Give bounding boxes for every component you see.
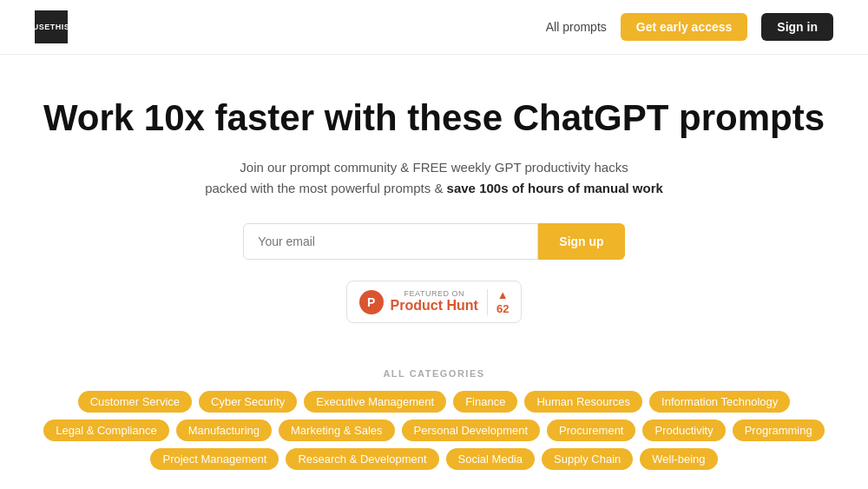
category-tag[interactable]: Research & Development — [286, 448, 438, 470]
ph-arrow-up-icon: ▲ — [497, 288, 509, 301]
category-tag[interactable]: Programming — [733, 420, 825, 441]
ph-votes: ▲ 62 — [496, 288, 509, 315]
category-tag[interactable]: Human Resources — [524, 391, 642, 413]
ph-text: FEATURED ON Product Hunt — [391, 290, 478, 314]
category-tag[interactable]: Legal & Compliance — [43, 420, 168, 441]
category-tag[interactable]: Customer Service — [78, 391, 192, 413]
email-input[interactable] — [243, 223, 538, 260]
signup-button[interactable]: Sign up — [538, 223, 624, 260]
category-tag[interactable]: Productivity — [642, 420, 725, 441]
logo[interactable]: USE THIS — [35, 10, 68, 43]
category-tag[interactable]: Personal Development — [402, 420, 541, 441]
get-early-access-button[interactable]: Get early access — [621, 13, 748, 41]
category-tag[interactable]: Well-being — [640, 448, 717, 470]
all-prompts-link[interactable]: All prompts — [546, 20, 607, 34]
tags-container: Customer ServiceCyber SecurityExecutive … — [35, 391, 833, 470]
category-tag[interactable]: Marketing & Sales — [279, 420, 395, 441]
email-form: Sign up — [35, 223, 833, 260]
hero-subtext: Join our prompt community & FREE weekly … — [35, 157, 833, 199]
category-tag[interactable]: Supply Chain — [542, 448, 633, 470]
ph-icon: P — [359, 290, 384, 314]
categories-section: ALL CATEGORIES Customer ServiceCyber Sec… — [0, 368, 868, 487]
nav-right: All prompts Get early access Sign in — [546, 13, 833, 41]
product-hunt-badge[interactable]: P FEATURED ON Product Hunt ▲ 62 — [346, 281, 523, 323]
category-tag[interactable]: Finance — [453, 391, 517, 413]
category-tag[interactable]: Project Management — [150, 448, 279, 470]
category-tag[interactable]: Manufacturing — [176, 420, 272, 441]
category-tag[interactable]: Procurement — [547, 420, 635, 441]
navbar: USE THIS All prompts Get early access Si… — [0, 0, 868, 55]
signin-button[interactable]: Sign in — [761, 13, 833, 41]
category-tag[interactable]: Cyber Security — [199, 391, 297, 413]
ph-divider — [487, 289, 488, 315]
hero-section: Work 10x faster with these ChatGPT promp… — [0, 55, 868, 368]
ph-badge-left: P FEATURED ON Product Hunt — [359, 290, 478, 314]
category-tag[interactable]: Executive Management — [304, 391, 446, 413]
categories-label: ALL CATEGORIES — [35, 368, 833, 379]
hero-headline: Work 10x faster with these ChatGPT promp… — [35, 96, 833, 140]
category-tag[interactable]: Information Technology — [649, 391, 790, 413]
category-tag[interactable]: Social Media — [446, 448, 535, 470]
